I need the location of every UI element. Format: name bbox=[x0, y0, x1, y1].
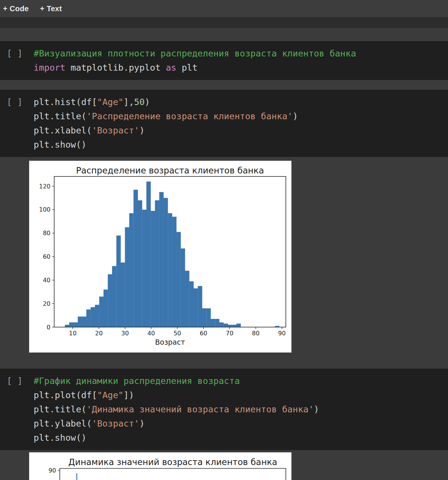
histogram-chart: Распределение возраста клиентов банка020… bbox=[29, 161, 291, 353]
code-line: plt.ylabel('Возраст') bbox=[34, 416, 448, 431]
histogram-bar bbox=[99, 296, 104, 327]
histogram-bar bbox=[91, 307, 95, 327]
cell-run-prompt[interactable]: [ ] bbox=[7, 46, 22, 61]
histogram-bar bbox=[116, 236, 121, 327]
add-text-button[interactable]: + Text bbox=[40, 4, 62, 13]
histogram-bar bbox=[155, 200, 160, 327]
histogram-bar bbox=[142, 210, 146, 327]
y-tick-label: 20 bbox=[43, 300, 50, 307]
code-cell-imports[interactable]: [ ] #Визуализация плотности распределени… bbox=[0, 41, 448, 80]
histogram-bar bbox=[95, 305, 99, 327]
output-figure-lineplot: Динамика значений возраста клиентов банк… bbox=[29, 452, 291, 480]
histogram-bar bbox=[164, 198, 168, 327]
histogram-bar bbox=[82, 317, 87, 327]
histogram-bar bbox=[237, 324, 241, 327]
histogram-bar bbox=[232, 325, 237, 327]
code-editor[interactable]: plt.hist(df["Age"],50)plt.title('Распред… bbox=[34, 90, 448, 157]
histogram-bar bbox=[189, 281, 194, 327]
code-editor[interactable]: #Визуализация плотности распределения во… bbox=[34, 41, 448, 80]
add-code-button[interactable]: + Code bbox=[3, 4, 29, 13]
code-line: plt.show() bbox=[34, 431, 448, 445]
x-tick-label: 10 bbox=[69, 330, 77, 337]
code-line: #График динамики распределения возраста bbox=[34, 374, 448, 388]
x-tick-label: 20 bbox=[95, 330, 102, 337]
histogram-bar bbox=[103, 289, 108, 327]
x-tick-label: 60 bbox=[200, 330, 207, 337]
output-figure-histogram: Распределение возраста клиентов банка020… bbox=[29, 161, 291, 353]
histogram-bar bbox=[185, 271, 189, 327]
histogram-bar bbox=[125, 227, 129, 327]
cell-run-prompt[interactable]: [ ] bbox=[7, 95, 22, 109]
histogram-bar bbox=[194, 288, 198, 327]
code-editor[interactable]: #График динамики распределения возрастаp… bbox=[34, 369, 448, 450]
histogram-bar bbox=[133, 190, 138, 327]
code-cell-histogram[interactable]: [ ] plt.hist(df["Age"],50)plt.title('Рас… bbox=[0, 90, 448, 157]
histogram-bar bbox=[206, 308, 211, 327]
histogram-bar bbox=[138, 200, 142, 327]
histogram-bar bbox=[69, 322, 74, 327]
x-tick-label: 50 bbox=[173, 330, 181, 337]
code-line: import matplotlib.pyplot as plt bbox=[34, 61, 448, 75]
histogram-bar bbox=[86, 310, 91, 327]
histogram-bar bbox=[228, 325, 232, 327]
histogram-bar bbox=[211, 319, 215, 327]
histogram-bar bbox=[172, 217, 177, 327]
histogram-bar bbox=[78, 317, 82, 327]
histogram-bar bbox=[215, 319, 219, 327]
y-tick-label: 0 bbox=[47, 324, 50, 331]
code-line: plt.title('Динамика значений возраста кл… bbox=[34, 402, 448, 416]
x-tick-label: 40 bbox=[147, 330, 155, 337]
code-line: #Визуализация плотности распределения во… bbox=[34, 46, 448, 61]
histogram-bar bbox=[121, 262, 125, 327]
x-tick-label: 80 bbox=[252, 330, 259, 337]
cell-run-prompt[interactable]: [ ] bbox=[7, 374, 22, 388]
code-line: plt.plot(df["Age"]) bbox=[34, 388, 448, 402]
y-tick-label: 120 bbox=[39, 183, 50, 190]
histogram-bar bbox=[74, 322, 78, 327]
y-tick-label: 60 bbox=[43, 253, 50, 260]
x-tick-label: 70 bbox=[226, 330, 233, 337]
toolbar-divider bbox=[0, 17, 448, 28]
histogram-bar bbox=[176, 232, 181, 327]
notebook-page: { "toolbar": { "add_code_label": "+ Code… bbox=[0, 0, 448, 480]
code-line: plt.xlabel('Возраст') bbox=[34, 123, 448, 138]
y-tick-label: 80 bbox=[43, 230, 50, 237]
histogram-bar bbox=[112, 266, 117, 327]
histogram-bar bbox=[151, 211, 155, 327]
code-line: plt.show() bbox=[34, 138, 448, 152]
notebook-toolbar: + Code + Text bbox=[0, 0, 448, 17]
histogram-bar bbox=[108, 274, 112, 327]
x-tick-label: 90 bbox=[278, 330, 285, 337]
code-line: plt.title('Распределение возраста клиент… bbox=[34, 109, 448, 123]
axes-frame bbox=[60, 468, 286, 480]
chart-title: Динамика значений возраста клиентов банк… bbox=[68, 457, 277, 467]
y-tick-label: 100 bbox=[39, 206, 50, 213]
x-tick-label: 30 bbox=[121, 330, 129, 337]
histogram-bar bbox=[223, 324, 228, 327]
chart-title: Распределение возраста клиентов банка bbox=[76, 166, 264, 175]
histogram-bar bbox=[159, 192, 164, 327]
code-line: plt.hist(df["Age"],50) bbox=[34, 95, 448, 109]
histogram-bar bbox=[146, 182, 151, 327]
y-tick-label: 90 bbox=[49, 467, 56, 474]
histogram-bar bbox=[65, 325, 69, 327]
histogram-bar bbox=[129, 213, 134, 327]
y-tick-label: 40 bbox=[43, 277, 50, 284]
histogram-bar bbox=[168, 213, 172, 327]
lineplot-chart-partial: Динамика значений возраста клиентов банк… bbox=[29, 452, 291, 480]
x-axis-label: Возраст bbox=[155, 338, 185, 346]
code-cell-lineplot[interactable]: [ ] #График динамики распределения возра… bbox=[0, 369, 448, 450]
histogram-bar bbox=[202, 308, 207, 327]
histogram-bar bbox=[181, 249, 185, 327]
histogram-bar bbox=[198, 286, 202, 327]
histogram-bar bbox=[219, 322, 224, 327]
